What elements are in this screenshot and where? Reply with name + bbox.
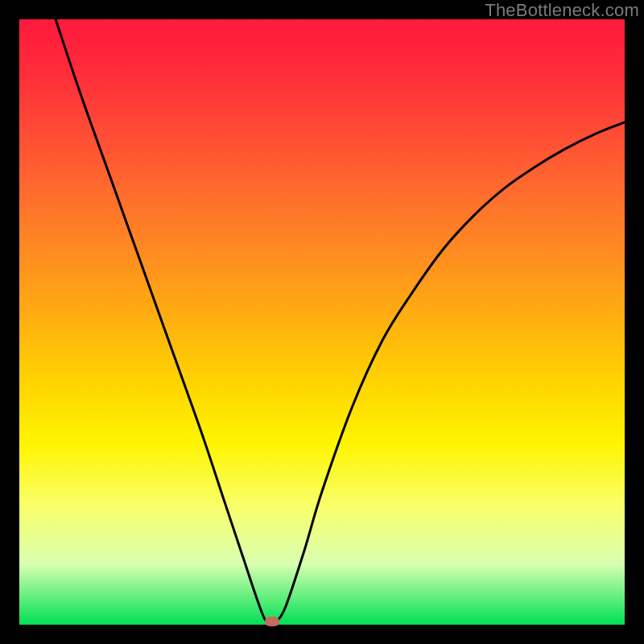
bottleneck-curve — [56, 19, 625, 623]
curve-svg — [19, 19, 625, 625]
chart-curve-layer — [19, 19, 625, 625]
optimal-point-marker — [265, 617, 279, 626]
watermark-text: TheBottleneck.com — [485, 0, 639, 21]
